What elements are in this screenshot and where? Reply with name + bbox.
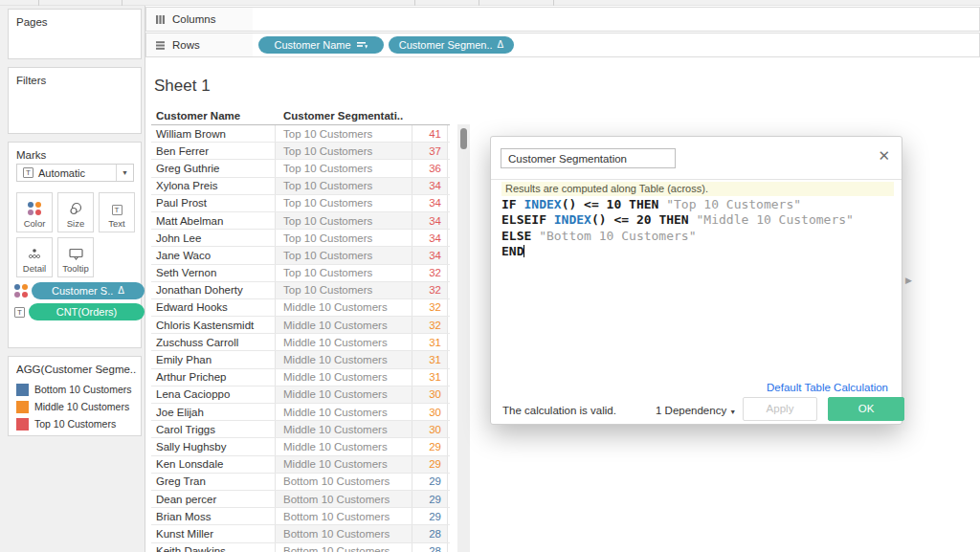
segment-cell[interactable]: Middle 10 Customers xyxy=(275,438,412,454)
value-cell[interactable]: 29 xyxy=(412,508,448,524)
value-cell[interactable]: 31 xyxy=(412,334,448,350)
ok-button[interactable]: OK xyxy=(828,397,904,421)
apply-button[interactable]: Apply xyxy=(743,397,817,421)
segment-cell[interactable]: Bottom 10 Customers xyxy=(275,543,412,552)
value-cell[interactable]: 37 xyxy=(412,143,448,159)
value-cell[interactable]: 32 xyxy=(412,317,448,333)
segment-cell[interactable]: Bottom 10 Customers xyxy=(275,525,412,541)
color-button[interactable]: Color xyxy=(16,192,53,232)
customer-name-cell[interactable]: Brian Moss xyxy=(151,511,275,522)
scrollbar-thumb[interactable] xyxy=(460,128,467,149)
close-icon[interactable]: ✕ xyxy=(878,147,890,165)
customer-name-cell[interactable]: Greg Tran xyxy=(151,475,275,487)
customer-name-cell[interactable]: Jonathan Doherty xyxy=(151,284,275,296)
value-cell[interactable]: 34 xyxy=(412,178,448,194)
chevron-down-icon[interactable]: ▼ xyxy=(116,165,133,181)
value-cell[interactable]: 32 xyxy=(412,282,448,298)
segment-cell[interactable]: Top 10 Customers xyxy=(275,125,412,142)
segment-cell[interactable]: Middle 10 Customers xyxy=(275,404,412,420)
segment-cell[interactable]: Middle 10 Customers xyxy=(275,317,412,333)
legend-item[interactable]: Bottom 10 Customers xyxy=(16,381,137,398)
customer-name-cell[interactable]: William Brown xyxy=(151,128,275,140)
marks-pill[interactable]: Customer S..Δ xyxy=(32,282,145,299)
segment-cell[interactable]: Top 10 Customers xyxy=(275,212,412,229)
expand-functions-panel-icon[interactable]: ▶ xyxy=(905,276,912,285)
customer-name-cell[interactable]: Ben Ferrer xyxy=(151,145,275,157)
segment-cell[interactable]: Bottom 10 Customers xyxy=(275,491,412,507)
customer-name-cell[interactable]: Dean percer xyxy=(151,494,275,505)
customer-name-cell[interactable]: Paul Prost xyxy=(151,197,275,209)
mark-type-dropdown[interactable]: T Automatic ▼ xyxy=(16,164,134,182)
value-cell[interactable]: 36 xyxy=(412,160,448,176)
sort-icon[interactable] xyxy=(356,40,368,50)
value-cell[interactable]: 28 xyxy=(412,525,448,541)
shelf-pill[interactable]: Customer Segmen..Δ xyxy=(389,36,514,54)
customer-name-cell[interactable]: Ken Lonsdale xyxy=(151,458,275,470)
value-cell[interactable]: 30 xyxy=(412,421,448,437)
value-cell[interactable]: 31 xyxy=(412,369,448,386)
value-cell[interactable]: 29 xyxy=(412,456,448,473)
segment-cell[interactable]: Top 10 Customers xyxy=(275,160,412,176)
column-header-customer-name[interactable]: Customer Name xyxy=(151,110,275,121)
value-cell[interactable]: 41 xyxy=(412,125,448,142)
value-cell[interactable]: 32 xyxy=(412,299,448,316)
segment-cell[interactable]: Bottom 10 Customers xyxy=(275,474,412,490)
table-scrollbar[interactable] xyxy=(457,124,470,552)
value-cell[interactable]: 30 xyxy=(412,404,448,420)
calculation-name-input[interactable] xyxy=(501,148,676,168)
segment-cell[interactable]: Top 10 Customers xyxy=(275,247,412,263)
customer-name-cell[interactable]: Jane Waco xyxy=(151,250,275,261)
segment-cell[interactable]: Middle 10 Customers xyxy=(275,386,412,403)
column-header-customer-segmentation[interactable]: Customer Segmentati.. xyxy=(275,107,412,124)
value-cell[interactable]: 34 xyxy=(412,230,448,246)
size-button[interactable]: Size xyxy=(57,192,94,232)
marks-pill[interactable]: CNT(Orders) xyxy=(29,303,145,320)
value-cell[interactable]: 32 xyxy=(412,265,448,281)
dependency-dropdown[interactable]: 1 Dependency▼ xyxy=(656,405,736,416)
customer-name-cell[interactable]: John Lee xyxy=(151,232,275,244)
customer-name-cell[interactable]: Joe Elijah xyxy=(151,407,275,418)
formula-editor[interactable]: IF INDEX() <= 10 THEN "Top 10 Customers"… xyxy=(501,197,894,371)
detail-button[interactable]: Detail xyxy=(16,237,53,277)
customer-name-cell[interactable]: Edward Hooks xyxy=(151,301,275,313)
legend-item[interactable]: Top 10 Customers xyxy=(16,415,137,432)
customer-name-cell[interactable]: Xylona Preis xyxy=(151,180,275,191)
segment-cell[interactable]: Top 10 Customers xyxy=(275,265,412,281)
columns-shelf-droparea[interactable] xyxy=(253,7,980,32)
segment-cell[interactable]: Top 10 Customers xyxy=(275,230,412,246)
color-legend-card[interactable]: AGG(Customer Segme... Bottom 10 Customer… xyxy=(8,356,142,436)
segment-cell[interactable]: Middle 10 Customers xyxy=(275,456,412,473)
value-cell[interactable]: 29 xyxy=(412,474,448,490)
value-cell[interactable]: 28 xyxy=(412,543,448,552)
value-cell[interactable]: 30 xyxy=(412,386,448,403)
customer-name-cell[interactable]: Chloris Kastensmidt xyxy=(151,320,275,331)
segment-cell[interactable]: Top 10 Customers xyxy=(275,143,412,159)
segment-cell[interactable]: Middle 10 Customers xyxy=(275,299,412,316)
value-cell[interactable]: 34 xyxy=(412,247,448,263)
value-cell[interactable]: 29 xyxy=(412,491,448,507)
customer-name-cell[interactable]: Arthur Prichep xyxy=(151,371,275,383)
customer-name-cell[interactable]: Greg Guthrie xyxy=(151,163,275,174)
segment-cell[interactable]: Middle 10 Customers xyxy=(275,351,412,367)
legend-item[interactable]: Middle 10 Customers xyxy=(16,398,137,415)
customer-name-cell[interactable]: Matt Abelman xyxy=(151,215,275,227)
customer-name-cell[interactable]: Emily Phan xyxy=(151,354,275,365)
segment-cell[interactable]: Top 10 Customers xyxy=(275,282,412,298)
customer-name-cell[interactable]: Zuschuss Carroll xyxy=(151,337,275,348)
value-cell[interactable]: 29 xyxy=(412,438,448,454)
customer-name-cell[interactable]: Keith Dawkins xyxy=(151,545,275,552)
value-cell[interactable]: 34 xyxy=(412,212,448,229)
segment-cell[interactable]: Bottom 10 Customers xyxy=(275,508,412,524)
rows-shelf-droparea[interactable]: Customer NameCustomer Segmen..Δ xyxy=(253,33,980,57)
segment-cell[interactable]: Middle 10 Customers xyxy=(275,334,412,350)
pages-shelf[interactable]: Pages xyxy=(8,9,142,59)
customer-name-cell[interactable]: Lena Cacioppo xyxy=(151,388,275,400)
value-cell[interactable]: 31 xyxy=(412,351,448,367)
segment-cell[interactable]: Top 10 Customers xyxy=(275,195,412,211)
customer-name-cell[interactable]: Seth Vernon xyxy=(151,267,275,278)
value-cell[interactable]: 34 xyxy=(412,195,448,211)
filters-shelf[interactable]: Filters xyxy=(8,67,142,134)
default-table-calculation-link[interactable]: Default Table Calculation xyxy=(767,382,888,393)
segment-cell[interactable]: Middle 10 Customers xyxy=(275,421,412,437)
segment-cell[interactable]: Middle 10 Customers xyxy=(275,369,412,386)
